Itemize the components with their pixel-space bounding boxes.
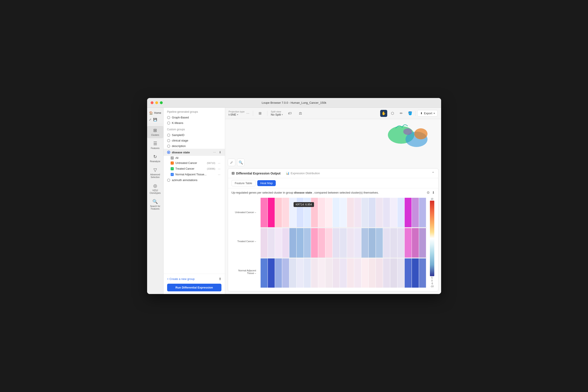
svg-rect-69 — [397, 258, 404, 288]
svg-rect-43 — [376, 228, 383, 258]
svg-rect-51 — [268, 258, 275, 288]
row-label-untreated: Untreated Cancer – — [231, 211, 256, 214]
projection-select[interactable]: t-SNE ▾ — [229, 113, 245, 116]
group-label-disease-state: disease state — [172, 151, 211, 154]
sidebar-item-search-features[interactable]: 🔍 Search for Features — [147, 197, 163, 212]
check-label-all: All — [175, 156, 221, 160]
group-clinical-stage[interactable]: clinical stage — [164, 138, 225, 143]
tab-heat-map[interactable]: Heat Map — [257, 180, 276, 186]
normal-options[interactable]: ··· — [217, 172, 221, 177]
fill-tool-btn[interactable]: 🪣 — [407, 110, 414, 117]
svg-rect-34 — [311, 228, 318, 258]
minimize-button[interactable] — [155, 101, 158, 104]
run-de-button[interactable]: Run Differential Expression — [167, 284, 221, 291]
svg-rect-72 — [419, 258, 426, 288]
reanalyze-label: Reanalyze — [150, 160, 160, 163]
svg-rect-44 — [383, 228, 390, 258]
de-panel-header: ⊟ Differential Expression Output 📊 Expre… — [228, 168, 438, 178]
svg-rect-26 — [419, 198, 426, 227]
group-label-azimuth: azimuth annotations — [172, 178, 221, 182]
features-label: Features — [151, 147, 159, 150]
sidebar-item-features[interactable]: ☰ Features — [147, 139, 163, 152]
check-all[interactable]: ✓ All — [171, 156, 225, 160]
check-label-untreated: Untreated Cancer — [175, 162, 205, 164]
heatmap-wrapper: Untreated Cancer – Treated Cancer – Norm… — [228, 196, 438, 291]
maximize-button[interactable] — [160, 101, 163, 104]
de-title-text: Differential Expression Output — [236, 172, 280, 175]
projection-more-icon[interactable]: ··· — [246, 112, 249, 115]
sidebar-item-reanalyze[interactable]: ↻ Reanalyze — [147, 152, 163, 164]
group-azimuth[interactable]: azimuth annotations — [164, 177, 225, 183]
svg-rect-24 — [405, 198, 412, 227]
check-untreated[interactable]: ✓ Untreated Cancer (58710) ··· — [171, 160, 225, 166]
title-bar: Loupe Browser 7.0.0 - Human_Lung_Cancer_… — [147, 98, 441, 108]
radio-azimuth — [167, 179, 170, 182]
settings-icon[interactable]: ⚙ — [427, 190, 430, 195]
home-button[interactable]: 🏠 Home — [147, 110, 163, 116]
filter-icon-btn[interactable]: ⚖ — [297, 110, 304, 117]
advanced-selection-label: Advanced Selection — [148, 173, 162, 179]
search-features-label: Search for Features — [148, 205, 162, 210]
tag-icon-btn[interactable]: 🏷 — [286, 110, 293, 117]
projection-value: t-SNE — [229, 113, 236, 116]
group-download-icon[interactable]: ⬇ — [219, 150, 221, 154]
scatter-container — [228, 122, 438, 157]
zoom-fit-btn[interactable]: ⤢ — [228, 159, 235, 166]
svg-rect-11 — [311, 198, 318, 227]
tab-feature-table[interactable]: Feature Table — [231, 180, 255, 186]
row-label-treated: Treated Cancer – — [231, 240, 256, 242]
sidebar-item-vdj[interactable]: ◎ V(D)J Clonotypes — [147, 181, 163, 196]
save-icon[interactable]: 💾 — [153, 118, 157, 121]
group-disease-state[interactable]: disease state ··· ⬇ — [164, 149, 225, 156]
de-tab-expression-dist[interactable]: 📊 Expression Distribution — [284, 171, 322, 176]
viz-area: ⤢ 🔍 ⊟ Differential Expression Output 📊 E… — [225, 119, 441, 294]
expand-icon[interactable]: ⤢ — [149, 118, 152, 121]
check-normal[interactable]: ✓ Normal Adjacent Tissue... ··· — [171, 172, 225, 177]
layout-icon-btn[interactable]: ⊞ — [257, 110, 264, 117]
download-icon[interactable]: ⬇ — [432, 190, 435, 195]
sidebar-item-advanced-selection[interactable]: ▽ Advanced Selection — [147, 166, 163, 180]
export-button[interactable]: ⬇ Export ▾ — [417, 110, 438, 116]
collapse-button[interactable]: ⌃ — [431, 171, 435, 176]
check-treated[interactable]: ✓ Treated Cancer (33096) ··· — [171, 166, 225, 172]
de-panel: ⊟ Differential Expression Output 📊 Expre… — [228, 168, 438, 291]
sidebar-item-clusters[interactable]: ⊞ Clusters — [147, 126, 163, 138]
treated-options[interactable]: ··· — [217, 166, 221, 171]
projection-group: Projection type t-SNE ▾ ··· — [229, 110, 249, 116]
group-sample-id[interactable]: SampleID — [164, 132, 225, 138]
svg-rect-15 — [340, 198, 347, 227]
radio-k-means[interactable]: K-Means — [164, 120, 225, 126]
untreated-options[interactable]: ··· — [217, 161, 221, 165]
footer-row: + Create a new group ⬆ — [167, 276, 221, 282]
group-description[interactable]: description — [164, 143, 225, 149]
export-icon: ⬇ — [420, 112, 423, 115]
svg-rect-38 — [340, 228, 347, 258]
hand-tool-btn[interactable]: ✋ — [380, 110, 387, 117]
radio-label-k-means: K-Means — [172, 121, 183, 124]
expression-dist-label: Expression Distribution — [291, 172, 320, 175]
split-group: Split view No Split ▾ — [271, 110, 283, 116]
svg-rect-23 — [397, 198, 404, 227]
create-group-button[interactable]: + Create a new group — [167, 276, 219, 282]
pen-tool-btn[interactable]: ✏ — [398, 110, 405, 117]
de-bold-word: disease state — [294, 191, 312, 194]
lasso-tool-btn[interactable]: ⬡ — [389, 110, 396, 117]
group-options-menu[interactable]: ··· — [212, 150, 217, 155]
panel-footer: + Create a new group ⬆ Run Differential … — [164, 274, 225, 294]
svg-rect-68 — [390, 258, 397, 288]
heatmap-main: KRT14: 6.954 — [260, 198, 427, 288]
zoom-in-btn[interactable]: 🔍 — [237, 159, 244, 166]
svg-rect-45 — [390, 228, 397, 258]
svg-rect-27 — [260, 228, 268, 258]
close-button[interactable] — [151, 101, 153, 104]
vdj-icon: ◎ — [153, 183, 157, 188]
svg-rect-7 — [282, 198, 289, 227]
radio-graph-based[interactable]: Graph-Based — [164, 115, 225, 120]
upload-icon[interactable]: ⬆ — [219, 277, 221, 281]
svg-rect-40 — [354, 228, 361, 258]
svg-rect-57 — [311, 258, 318, 288]
projection-label: Projection type — [229, 110, 245, 113]
features-icon: ☰ — [153, 141, 157, 146]
split-select[interactable]: No Split ▾ — [271, 113, 283, 116]
svg-rect-39 — [347, 228, 354, 258]
